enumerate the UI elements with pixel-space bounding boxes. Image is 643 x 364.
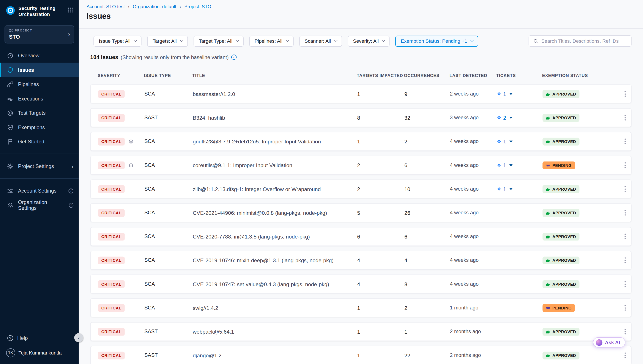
page-title: Issues (87, 12, 631, 21)
issue-row[interactable]: CRITICALSCACVE-2019-10746: mixin-deep@1.… (90, 251, 631, 270)
issue-row[interactable]: CRITICALSCAswig//1.4.2121 month agoPENDI… (90, 298, 631, 317)
row-menu-button[interactable] (620, 278, 630, 290)
summary-row: 104 Issues (Showing results only from th… (90, 54, 631, 60)
row-menu-button[interactable] (620, 183, 630, 195)
status-text: PENDING (552, 306, 571, 310)
ticket-indicator[interactable]: 1 (497, 186, 513, 192)
approved-icon (546, 258, 550, 262)
last-detected: 4 weeks ago (450, 162, 479, 168)
sidebar-item-exemptions[interactable]: Exemptions (0, 120, 79, 135)
app-title: Security Testing Orchestration (19, 6, 64, 18)
row-menu-button[interactable] (620, 302, 630, 314)
sidebar-item-test-targets[interactable]: Test Targets (0, 106, 79, 120)
status-text: APPROVED (552, 115, 576, 120)
row-menu-button[interactable] (620, 230, 630, 242)
targets-impacted: 4 (357, 257, 360, 264)
sidebar-item-label: Account Settings (18, 188, 57, 194)
status-text: APPROVED (552, 92, 576, 96)
ticket-indicator[interactable]: 1 (497, 162, 513, 168)
sidebar-item-organization-settings[interactable]: Organization Settingsi (0, 198, 79, 212)
page: Security Testing Orchestration PROJECT S… (0, 0, 643, 364)
sidebar-item-overview[interactable]: Overview (0, 48, 79, 63)
severity-badge: CRITICAL (98, 304, 125, 312)
issue-row[interactable]: CRITICALSCACVE-2021-44906: minimist@0.0.… (90, 203, 631, 222)
row-menu-button[interactable] (620, 254, 630, 266)
ticket-dropdown-caret[interactable] (509, 117, 513, 119)
sidebar-item-pipelines[interactable]: Pipelines (0, 77, 79, 92)
help-button[interactable]: ? Help (0, 331, 79, 345)
filter-target-type[interactable]: Target Type: All (194, 35, 244, 46)
exemption-status-badge: APPROVED (542, 114, 579, 122)
column-header-title: TITLE (192, 73, 357, 78)
approved-icon (546, 329, 550, 334)
ticket-dropdown-caret[interactable] (509, 140, 513, 142)
filter-pipelines[interactable]: Pipelines: All (249, 35, 293, 46)
issue-row[interactable]: CRITICALSCAcoreutils@9.1-1: Improper Inp… (90, 156, 631, 174)
filter-targets[interactable]: Targets: All (147, 35, 188, 46)
issue-row[interactable]: CRITICALSCAbassmaster//1.2.0192 weeks ag… (90, 84, 631, 103)
sidebar-item-issues[interactable]: Issues (0, 63, 79, 78)
targets-impacted: 1 (357, 305, 360, 311)
ticket-indicator[interactable]: 1 (497, 91, 513, 97)
user-menu[interactable]: TK Teja Kummarikuntla (0, 345, 79, 360)
ticket-indicator[interactable]: 1 (497, 138, 513, 144)
targets-impacted: 1 (357, 138, 360, 144)
last-detected: 4 weeks ago (450, 138, 479, 144)
filter-label: Issue Type: All (99, 38, 131, 44)
search-box[interactable] (529, 35, 631, 46)
issue-type: SCA (144, 138, 155, 144)
issue-row[interactable]: CRITICALSASTwebpack@5.64.1112 months ago… (90, 322, 631, 341)
issue-type: SCA (144, 258, 155, 263)
filter-label: Exemption Status: Pending +1 (401, 38, 467, 44)
sidebar-nav: OverviewIssuesPipelinesExecutionsTest Ta… (0, 48, 79, 149)
row-menu-button[interactable] (620, 88, 630, 100)
sidebar-item-account-settings[interactable]: Account Settingsi (0, 184, 79, 198)
search-input[interactable] (541, 38, 627, 44)
issue-row[interactable]: CRITICALSCACVE-2019-10747: set-value@0.4… (90, 274, 631, 293)
ticket-count: 2 (503, 114, 506, 121)
breadcrumb-separator-icon: › (128, 4, 130, 9)
severity-badge: CRITICAL (98, 233, 125, 240)
project-grid-icon (9, 29, 13, 32)
issue-title: CVE-2020-7788: ini@1.3.5 (lang-pkgs, nod… (193, 233, 310, 240)
info-icon[interactable]: i (231, 54, 237, 60)
breadcrumb-link[interactable]: Project: STO (184, 4, 211, 9)
row-menu-button[interactable] (620, 135, 630, 148)
row-menu-button[interactable] (620, 112, 630, 124)
breadcrumb-link[interactable]: Account: STO test (87, 4, 125, 9)
sidebar-item-get-started[interactable]: Get Started (0, 134, 79, 149)
issue-title: zlib@1:1.2.13.dfsg-1: Integer Overflow o… (193, 186, 321, 192)
row-menu-button[interactable] (620, 349, 630, 362)
project-selector[interactable]: PROJECT STO › (5, 26, 74, 44)
row-menu-button[interactable] (620, 326, 630, 338)
filter-exemption-status[interactable]: Exemption Status: Pending +1 (395, 35, 478, 46)
row-menu-button[interactable] (620, 206, 630, 219)
sidebar-item-label: Pipelines (18, 82, 39, 87)
breadcrumb-link[interactable]: Organization: default (133, 4, 176, 9)
ticket-dropdown-caret[interactable] (509, 164, 513, 166)
occurrences: 2 (404, 305, 407, 311)
apps-grid-icon[interactable] (67, 7, 74, 13)
ticket-dropdown-caret[interactable] (509, 93, 513, 95)
ticket-dropdown-caret[interactable] (509, 188, 513, 190)
filter-scanner[interactable]: Scanner: All (299, 35, 342, 46)
sidebar-item-project-settings[interactable]: Project Settings› (0, 159, 79, 174)
filter-severity[interactable]: Severity: All (348, 35, 390, 46)
sidebar-collapse-button[interactable]: ‹ (74, 333, 83, 342)
exemption-status-badge: PENDING (542, 161, 575, 169)
issue-row[interactable]: CRITICALSASTdjango@1.21222 months agoAPP… (90, 346, 631, 364)
sidebar-item-executions[interactable]: Executions (0, 92, 79, 106)
jira-ticket-icon (497, 92, 502, 96)
issue-row[interactable]: CRITICALSCACVE-2020-7788: ini@1.3.5 (lan… (90, 227, 631, 246)
issue-title: coreutils@9.1-1: Improper Input Validati… (193, 162, 292, 168)
ticket-indicator[interactable]: 2 (497, 114, 513, 121)
filter-issue-type[interactable]: Issue Type: All (94, 35, 142, 46)
pending-icon (546, 306, 550, 310)
issue-type: SAST (144, 352, 158, 358)
issue-row[interactable]: CRITICALSCAgnutls28@3.7.9-2+deb12u5: Imp… (90, 132, 631, 151)
ask-ai-button[interactable]: Ask AI (593, 337, 625, 348)
jira-ticket-icon (497, 139, 502, 144)
issue-row[interactable]: CRITICALSASTB324: hashlib8323 weeks ago2… (90, 108, 631, 127)
row-menu-button[interactable] (620, 159, 630, 171)
issue-row[interactable]: CRITICALSCAzlib@1:1.2.13.dfsg-1: Integer… (90, 180, 631, 198)
